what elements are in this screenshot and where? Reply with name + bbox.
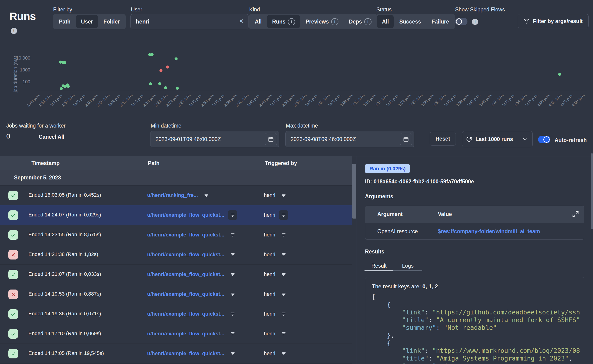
max-datetime-input[interactable]	[286, 131, 414, 147]
filter-by-user-icon[interactable]	[279, 309, 288, 318]
chart-point-success[interactable]	[67, 85, 70, 88]
filter-by-user-icon[interactable]	[279, 250, 288, 259]
table-row[interactable]: Ended 16:03:05 (Ran in 0,452s) u/henri/r…	[0, 186, 352, 205]
check-icon	[11, 331, 16, 337]
clear-user-filter-icon[interactable]: ✕	[239, 18, 244, 25]
tab-result[interactable]: Result	[364, 262, 393, 271]
user-filter-label: User	[131, 6, 142, 13]
refresh-runs-button[interactable]: Last 1000 runs	[462, 136, 517, 143]
chart-point-success[interactable]	[174, 58, 178, 60]
filter-by-path[interactable]: Path	[54, 15, 75, 28]
filter-by-user[interactable]: User	[76, 15, 98, 28]
chart-point-success[interactable]	[149, 82, 152, 85]
run-triggered-by: henri	[264, 232, 275, 238]
filter-by-path-icon[interactable]	[228, 250, 237, 259]
chart-point-success[interactable]	[151, 53, 154, 56]
filter-by-segmented: Path User Folder	[53, 14, 126, 29]
run-triggered-by: henri	[264, 351, 275, 357]
show-skipped-toggle[interactable]	[455, 18, 468, 25]
page-title: Runs	[9, 10, 36, 23]
min-datetime-label: Min datetime	[151, 123, 181, 129]
filter-by-user-icon[interactable]	[279, 329, 288, 338]
arg-value-link[interactable]: $res:f/company-folder/windmill_ai_team	[438, 228, 540, 234]
table-row[interactable]: Ended 14:23:55 (Ran in 8,575s) u/henri/e…	[0, 225, 352, 245]
filter-by-folder[interactable]: Folder	[99, 15, 125, 28]
run-status-icon	[8, 309, 18, 319]
filter-args-result-button[interactable]: Filter by args/result	[518, 14, 589, 28]
table-row[interactable]: Ended 14:24:07 (Ran in 0,029s) u/henri/e…	[0, 205, 352, 225]
table-row[interactable]: Ended 14:21:07 (Ran in 0,033s) u/henri/e…	[0, 265, 352, 284]
run-path-link[interactable]: u/henri/example_flow_quickst...	[147, 311, 224, 317]
run-path-link[interactable]: u/henri/example_flow_quickst...	[147, 291, 224, 297]
filter-by-user-icon[interactable]	[279, 270, 288, 279]
chart-point-success[interactable]	[60, 87, 63, 90]
table-row[interactable]: Ended 14:19:53 (Ran in 0,887s) u/henri/e…	[0, 284, 352, 304]
date-group-header: September 5, 2023	[0, 170, 352, 186]
x-icon	[11, 252, 16, 257]
min-datetime-calendar-button[interactable]	[265, 133, 277, 145]
reset-button[interactable]: Reset	[430, 132, 456, 146]
filter-by-user-icon[interactable]	[279, 191, 288, 200]
run-path-link[interactable]: u/henri/example_flow_quickst...	[147, 351, 224, 357]
table-scrollbar[interactable]	[352, 164, 356, 219]
status-all[interactable]: All	[377, 15, 394, 28]
filter-by-path-icon[interactable]	[228, 230, 237, 240]
chart-point-success[interactable]	[164, 86, 167, 89]
filter-by-path-icon[interactable]	[228, 290, 237, 299]
result-keys: 0, 1, 2	[422, 283, 438, 290]
check-icon	[11, 232, 16, 238]
filter-by-user-icon[interactable]	[279, 290, 288, 299]
run-path-link[interactable]: u/henri/example_flow_quickst...	[147, 331, 224, 337]
chart-point-failure[interactable]	[159, 69, 163, 72]
auto-refresh-toggle[interactable]	[538, 136, 550, 143]
run-path-link[interactable]: u/henri/example_flow_quickst...	[147, 212, 224, 218]
runs-count-dropdown-button[interactable]	[517, 131, 533, 147]
run-path-link[interactable]: u/henri/example_flow_quickst...	[147, 271, 224, 277]
filter-by-user-icon[interactable]	[279, 210, 288, 220]
status-failure[interactable]: Failure	[427, 15, 454, 28]
chevron-down-icon	[522, 136, 528, 142]
panel-scrollbar[interactable]	[591, 153, 593, 229]
table-row[interactable]: Ended 14:21:38 (Ran in 1,82s) u/henri/ex…	[0, 245, 352, 265]
chart-point-success[interactable]	[558, 73, 561, 76]
filter-by-path-icon[interactable]	[228, 329, 237, 338]
filter-by-path-icon[interactable]	[202, 191, 211, 200]
check-icon	[11, 272, 16, 277]
kind-runs[interactable]: Runsi	[267, 15, 300, 28]
kind-deps[interactable]: Depsi	[344, 15, 376, 28]
filter-by-path-icon[interactable]	[228, 210, 237, 220]
skipped-info-icon[interactable]: i	[472, 19, 478, 25]
tab-logs[interactable]: Logs	[393, 262, 422, 271]
table-row[interactable]: Ended 14:17:05 (Ran in 19,545s) u/henri/…	[0, 344, 352, 364]
table-row[interactable]: Ended 14:19:36 (Ran in 0,071s) u/henri/e…	[0, 304, 352, 324]
y-axis-tick-label: 1000	[7, 67, 30, 73]
runs-info-icon[interactable]: i	[11, 28, 17, 34]
status-success[interactable]: Success	[394, 15, 426, 28]
table-row[interactable]: Ended 14:17:10 (Ran in 0,069s) u/henri/e…	[0, 324, 352, 344]
filter-by-user-icon[interactable]	[279, 349, 288, 358]
run-timestamp: Ended 14:17:05 (Ran in 19,545s)	[28, 350, 104, 356]
chart-point-failure[interactable]	[166, 65, 169, 68]
cancel-all-button[interactable]: Cancel All	[39, 134, 64, 140]
min-datetime-input[interactable]	[151, 131, 279, 147]
filter-by-path-icon[interactable]	[228, 349, 237, 358]
filter-by-path-icon[interactable]	[228, 270, 237, 279]
run-status-icon	[8, 250, 18, 260]
arguments-title: Arguments	[365, 193, 393, 200]
run-path-link[interactable]: u/henri/ranking_fre...	[147, 192, 198, 198]
expand-args-button[interactable]	[572, 211, 579, 218]
run-path-link[interactable]: u/henri/example_flow_quickst...	[147, 232, 224, 238]
chart-point-success[interactable]	[176, 87, 179, 90]
user-filter-input[interactable]	[131, 14, 248, 29]
filter-by-path-icon[interactable]	[228, 309, 237, 318]
run-triggered-by: henri	[264, 271, 275, 277]
chart-point-success[interactable]	[63, 61, 66, 64]
max-datetime-calendar-button[interactable]	[400, 133, 412, 145]
result-keys-line: The result keys are: 0, 1, 2	[372, 283, 584, 290]
run-path-link[interactable]: u/henri/example_flow_quickst...	[147, 252, 224, 258]
kind-previews[interactable]: Previewsi	[301, 15, 343, 28]
filter-by-user-icon[interactable]	[279, 230, 288, 240]
kind-all[interactable]: All	[250, 15, 266, 28]
run-id: ID: 018a654c-d062-fbb2-d100-59fa70df500e	[365, 178, 474, 185]
chart-point-success[interactable]	[158, 82, 161, 85]
